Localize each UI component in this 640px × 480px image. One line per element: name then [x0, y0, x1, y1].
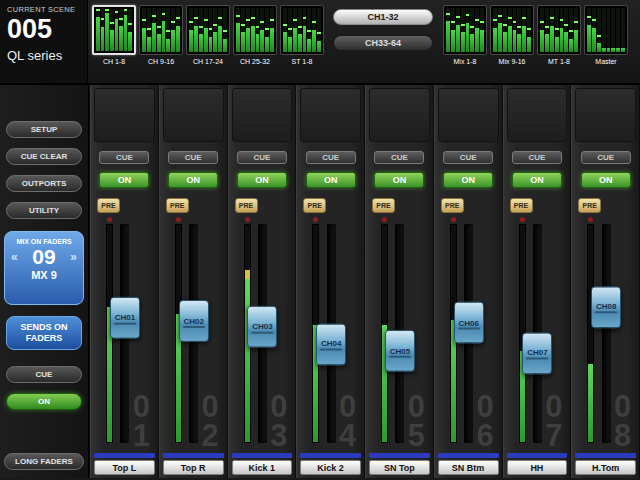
fader-cap[interactable]: CH08 [591, 286, 621, 328]
mix-on-faders-title: MIX ON FADERS [5, 232, 83, 245]
fader-cap[interactable]: CH04 [316, 323, 346, 365]
channel-on-button[interactable]: ON [168, 172, 218, 188]
meter-bank[interactable]: CH 25-32 [233, 5, 277, 83]
channel-name[interactable]: SN Top [369, 460, 430, 475]
channel-cue-button[interactable]: CUE [581, 151, 631, 164]
channel-color-bar [438, 453, 499, 458]
fader-cap[interactable]: CH05 [385, 330, 415, 372]
layer-ch1-32-button[interactable]: CH1-32 [333, 9, 433, 25]
channel-cue-button[interactable]: CUE [237, 151, 287, 164]
strip-top-panel [438, 88, 499, 142]
channel-number-ghost: 06 [470, 389, 501, 447]
channel-cue-button[interactable]: CUE [443, 151, 493, 164]
channel-name[interactable]: HH [507, 460, 568, 475]
current-scene-label: CURRENT SCENE [7, 5, 80, 14]
fader-panel: PRE 07 CH07 [504, 192, 571, 453]
fader-cap-label: CH08 [596, 302, 616, 311]
pre-badge[interactable]: PRE [166, 198, 189, 213]
fader-track[interactable]: CH04 [327, 224, 336, 443]
utility-button[interactable]: UTILITY [6, 202, 82, 219]
pre-badge[interactable]: PRE [372, 198, 395, 213]
fader-cap-label: CH04 [321, 340, 341, 349]
channel-on-button[interactable]: ON [374, 172, 424, 188]
pre-badge[interactable]: PRE [510, 198, 533, 213]
channel-on-button[interactable]: ON [581, 172, 631, 188]
channel-on-button[interactable]: ON [306, 172, 356, 188]
fader-track[interactable]: CH05 [395, 224, 404, 443]
meter-bank[interactable]: Mix 1-8 [443, 5, 487, 83]
fader-track[interactable]: CH07 [533, 224, 542, 443]
channel-name[interactable]: Top L [94, 460, 155, 475]
meter-bank[interactable]: MT 1-8 [537, 5, 581, 83]
mix-next-icon[interactable]: » [70, 250, 77, 264]
mix-on-faders-panel[interactable]: MIX ON FADERS « 09 » MX 9 [4, 231, 84, 305]
meter-bank[interactable]: CH 9-16 [139, 5, 183, 83]
channel-color-bar [507, 453, 568, 458]
channel-number-ghost: 08 [607, 389, 638, 447]
meter-bar [166, 8, 170, 52]
fader-panel: PRE 04 CH04 [297, 192, 364, 453]
meter-bar [574, 8, 578, 52]
fader-cap[interactable]: CH07 [522, 332, 552, 374]
channel-name[interactable]: Kick 1 [232, 460, 293, 475]
clip-indicator [382, 217, 387, 222]
channel-cue-button[interactable]: CUE [306, 151, 356, 164]
layer-ch33-64-button[interactable]: CH33-64 [333, 35, 433, 51]
meter-bar [96, 9, 100, 51]
fader-track[interactable]: CH08 [602, 224, 611, 443]
fader-cap[interactable]: CH06 [454, 302, 484, 344]
meter-bar [564, 8, 568, 52]
mix-prev-icon[interactable]: « [11, 250, 18, 264]
setup-button[interactable]: SETUP [6, 121, 82, 138]
meter-bank-label: CH 9-16 [148, 58, 174, 65]
fader-track[interactable]: CH02 [189, 224, 198, 443]
meter-bar [498, 8, 502, 52]
meter-bank[interactable]: ST 1-8 [280, 5, 324, 83]
pre-badge[interactable]: PRE [303, 198, 326, 213]
channel-name[interactable]: Kick 2 [300, 460, 361, 475]
fader-track[interactable]: CH03 [258, 224, 267, 443]
channel-cue-button[interactable]: CUE [512, 151, 562, 164]
channel-strip: CUE ON PRE 02 CH02 Top R [159, 85, 227, 478]
long-faders-button[interactable]: LONG FADERS [4, 453, 84, 470]
channel-on-button[interactable]: ON [443, 172, 493, 188]
meter-bank[interactable]: CH 1-8 [92, 5, 136, 83]
fader-cap[interactable]: CH01 [110, 297, 140, 339]
outports-button[interactable]: OUTPORTS [6, 175, 82, 192]
sidebar-cue-button[interactable]: CUE [6, 366, 82, 383]
pre-badge[interactable]: PRE [97, 198, 120, 213]
pre-badge[interactable]: PRE [235, 198, 258, 213]
clip-indicator [588, 217, 593, 222]
channel-cue-button[interactable]: CUE [99, 151, 149, 164]
meter-bank[interactable]: Master [584, 5, 628, 83]
fader-track[interactable]: CH01 [120, 224, 129, 443]
cue-clear-button[interactable]: CUE CLEAR [6, 148, 82, 165]
fader-panel: PRE 05 CH05 [366, 192, 433, 453]
sends-on-faders-button[interactable]: SENDS ON FADERS [6, 316, 82, 350]
channel-name[interactable]: Top R [163, 460, 224, 475]
sidebar-on-button[interactable]: ON [6, 393, 82, 410]
scene-number: 005 [7, 14, 80, 45]
pre-badge[interactable]: PRE [441, 198, 464, 213]
fader-cap[interactable]: CH02 [179, 300, 209, 342]
pre-badge[interactable]: PRE [578, 198, 601, 213]
meter-bank-label: Mix 9-16 [499, 58, 526, 65]
meter-banks-left: CH 1-8 CH 9-16 CH 17-24 CH 25-32 ST 1-8 [88, 0, 327, 83]
fader-track[interactable]: CH06 [464, 224, 473, 443]
meter-bar [550, 8, 554, 52]
channel-on-button[interactable]: ON [512, 172, 562, 188]
mix-number: 09 [32, 245, 55, 269]
channel-cue-button[interactable]: CUE [168, 151, 218, 164]
channel-name[interactable]: H.Tom [575, 460, 636, 475]
channel-cue-button[interactable]: CUE [374, 151, 424, 164]
channel-name[interactable]: SN Btm [438, 460, 499, 475]
meter-bar [621, 8, 625, 52]
meter-bank[interactable]: CH 17-24 [186, 5, 230, 83]
channel-on-button[interactable]: ON [237, 172, 287, 188]
channel-on-button[interactable]: ON [99, 172, 149, 188]
meter-bank[interactable]: Mix 9-16 [490, 5, 534, 83]
fader-cap-label: CH07 [527, 348, 547, 357]
scene-box[interactable]: CURRENT SCENE 005 QL series [0, 0, 88, 83]
fader-cap[interactable]: CH03 [247, 305, 277, 347]
series-label: QL series [7, 48, 80, 63]
